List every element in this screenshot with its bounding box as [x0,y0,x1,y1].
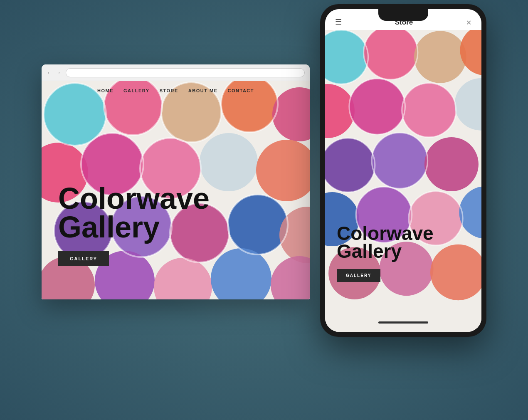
phone-home-indicator [378,321,428,324]
nav-store[interactable]: STORE [160,88,178,93]
phone-hero-title: Colorwave Gallery [337,225,434,261]
phone-content: Colorwave Gallery GALLERY [325,30,481,332]
nav-home[interactable]: HOME [97,88,113,93]
phone-inner: ☰ Store ✕ [325,9,481,332]
browser-back-button[interactable]: ← [47,69,52,76]
browser-gallery-button[interactable]: GALLERY [58,251,109,266]
nav-about-me[interactable]: ABOUT ME [188,88,218,93]
browser-toolbar: ← → [42,64,310,81]
svg-point-42 [424,137,479,191]
browser-content: HOME GALLERY STORE ABOUT ME CONTACT Colo… [42,81,310,299]
phone-mockup: ☰ Store ✕ [320,4,486,337]
browser-hero: Colorwave Gallery GALLERY [58,184,210,266]
svg-point-34 [414,31,466,83]
phone-paint-background [325,30,481,332]
nav-gallery[interactable]: GALLERY [123,88,150,93]
browser-hero-title: Colorwave Gallery [58,184,210,241]
browser-address-bar[interactable] [66,68,305,77]
phone-hero: Colorwave Gallery GALLERY [337,225,434,282]
phone-close-icon[interactable]: ✕ [466,19,471,27]
phone-notch [378,9,428,21]
phone-menu-icon[interactable]: ☰ [335,17,342,27]
browser-forward-button[interactable]: → [55,69,61,76]
browser-mockup: ← → [42,64,310,299]
nav-contact[interactable]: CONTACT [228,88,254,93]
browser-nav: HOME GALLERY STORE ABOUT ME CONTACT [42,81,310,100]
phone-gallery-button[interactable]: GALLERY [337,269,380,282]
